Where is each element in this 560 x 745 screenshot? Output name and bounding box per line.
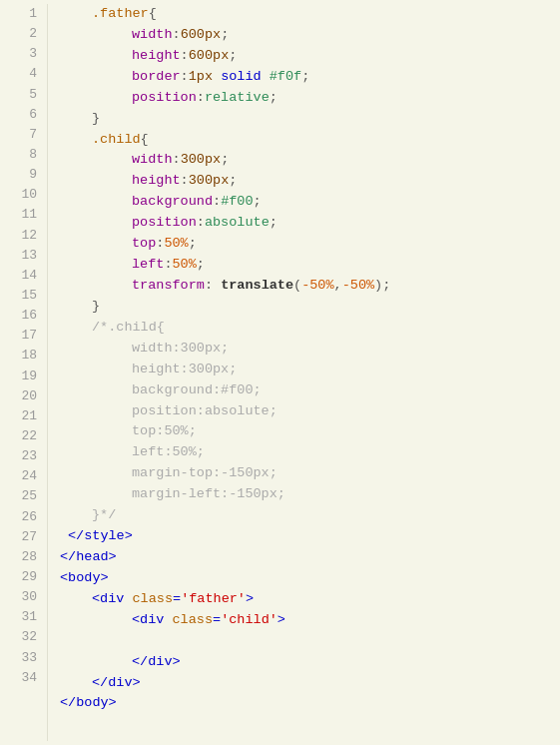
code-line: left:50%; xyxy=(60,255,560,276)
line-numbers: 1 2 3 4 5 6 7 8 9 10 11 12 13 14 15 16 1… xyxy=(0,4,48,741)
code-line: /*.child{ xyxy=(60,318,560,339)
code-line: <div class='child'> xyxy=(60,610,560,631)
code-line: border:1px solid #f0f; xyxy=(60,67,560,88)
code-line: width:300px; xyxy=(60,339,560,360)
code-line xyxy=(60,631,560,652)
code-line: position:relative; xyxy=(60,88,560,109)
code-area[interactable]: .father{ width:600px; height:600px; bord… xyxy=(48,4,560,741)
code-line: <body> xyxy=(60,568,560,589)
code-line: transform: translate(-50%,-50%); xyxy=(60,276,560,297)
code-line: top:50%; xyxy=(60,234,560,255)
code-line: </style> xyxy=(60,526,560,547)
code-line: width:300px; xyxy=(60,150,560,171)
code-line: height:600px; xyxy=(60,46,560,67)
code-line: <div class='father'> xyxy=(60,589,560,610)
code-line: }*/ xyxy=(60,505,560,526)
code-line: } xyxy=(60,109,560,130)
code-line: margin-left:-150px; xyxy=(60,484,560,505)
code-line: } xyxy=(60,297,560,318)
code-line: height:300px; xyxy=(60,360,560,380)
code-line: </head> xyxy=(60,547,560,568)
code-line: </body> xyxy=(60,693,560,714)
code-line: top:50%; xyxy=(60,421,560,442)
code-line: background:#f00; xyxy=(60,380,560,401)
code-line: margin-top:-150px; xyxy=(60,463,560,484)
code-line: height:300px; xyxy=(60,171,560,192)
code-line: .father{ xyxy=(60,4,560,25)
code-line: </div> xyxy=(60,673,560,694)
code-line: position:absolute; xyxy=(60,213,560,234)
code-editor: 1 2 3 4 5 6 7 8 9 10 11 12 13 14 15 16 1… xyxy=(0,0,560,745)
code-line: .child{ xyxy=(60,130,560,151)
code-line: left:50%; xyxy=(60,442,560,463)
code-line: </div> xyxy=(60,652,560,673)
code-line: background:#f00; xyxy=(60,192,560,213)
code-line: width:600px; xyxy=(60,25,560,46)
code-line: position:absolute; xyxy=(60,401,560,422)
